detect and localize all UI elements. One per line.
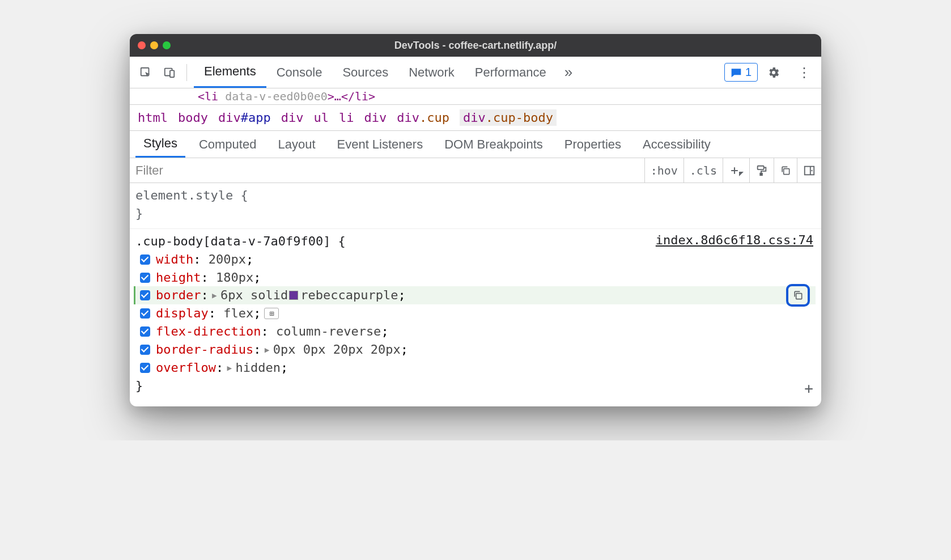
decl-overflow[interactable]: overflow:▸hidden; xyxy=(135,359,816,377)
tab-elements[interactable]: Elements xyxy=(194,57,266,88)
decl-flex-direction[interactable]: flex-direction: column-reverse; xyxy=(135,323,816,341)
device-toggle-icon[interactable] xyxy=(159,62,180,83)
bc-body[interactable]: body xyxy=(178,111,208,125)
gear-icon[interactable] xyxy=(767,66,789,79)
computed-sidebar-icon[interactable] xyxy=(797,158,821,183)
zoom-window[interactable] xyxy=(163,41,171,49)
bc-li[interactable]: li xyxy=(339,111,354,125)
styles-filter-row: :hov .cls xyxy=(130,158,821,183)
rule-close: } xyxy=(135,377,816,395)
tab-sources[interactable]: Sources xyxy=(332,57,398,88)
dom-tree-row[interactable]: <li data-v-eed0b0e0>…</li> xyxy=(130,88,821,105)
tab-performance[interactable]: Performance xyxy=(465,57,557,88)
prop-toggle[interactable] xyxy=(140,363,150,373)
prop-toggle[interactable] xyxy=(140,308,150,319)
panel-tabs: Elements Console Sources Network Perform… xyxy=(194,57,715,88)
paint-icon[interactable] xyxy=(749,158,774,183)
subtab-layout[interactable]: Layout xyxy=(270,131,323,158)
decl-height[interactable]: height: 180px; xyxy=(135,269,816,287)
expand-icon[interactable]: ▸ xyxy=(226,359,233,377)
svg-rect-5 xyxy=(784,168,789,174)
bc-div-app[interactable]: div#app xyxy=(218,111,271,125)
issues-badge[interactable]: 1 xyxy=(724,63,758,82)
subtab-dom-breakpoints[interactable]: DOM Breakpoints xyxy=(436,131,551,158)
selector: element.style { xyxy=(135,186,816,205)
prop-toggle[interactable] xyxy=(140,254,150,265)
subtab-event-listeners[interactable]: Event Listeners xyxy=(329,131,431,158)
svg-rect-4 xyxy=(760,173,762,175)
inspect-icon[interactable] xyxy=(135,62,156,83)
color-swatch[interactable] xyxy=(289,291,298,300)
devtools-window: DevTools - coffee-cart.netlify.app/ Elem… xyxy=(130,34,821,406)
prop-toggle[interactable] xyxy=(140,326,150,337)
styles-subtabs: Styles Computed Layout Event Listeners D… xyxy=(130,131,821,158)
subtab-properties[interactable]: Properties xyxy=(557,131,629,158)
prop-toggle[interactable] xyxy=(140,273,150,283)
traffic-lights xyxy=(138,41,171,49)
prop-toggle[interactable] xyxy=(140,345,150,355)
prop-toggle[interactable] xyxy=(140,290,150,300)
tab-network[interactable]: Network xyxy=(398,57,465,88)
rule-close: } xyxy=(135,205,816,223)
breadcrumb: html body div#app div ul li div div.cup … xyxy=(130,105,821,131)
subtab-computed[interactable]: Computed xyxy=(191,131,265,158)
bc-html[interactable]: html xyxy=(138,111,168,125)
element-style-rule[interactable]: element.style { } xyxy=(130,185,821,228)
flex-editor-icon[interactable]: ⊞ xyxy=(264,308,279,319)
bc-div[interactable]: div xyxy=(281,111,304,125)
subtab-accessibility[interactable]: Accessibility xyxy=(635,131,719,158)
close-window[interactable] xyxy=(138,41,146,49)
cup-body-rule[interactable]: index.8d6c6f18.css:74 .cup-body[data-v-7… xyxy=(130,228,821,401)
tab-console[interactable]: Console xyxy=(266,57,333,88)
styles-pane: element.style { } index.8d6c6f18.css:74 … xyxy=(130,183,821,406)
decl-width[interactable]: width: 200px; xyxy=(135,251,816,269)
bc-div2[interactable]: div xyxy=(364,111,387,125)
decl-display[interactable]: display: flex; ⊞ xyxy=(135,304,816,323)
filter-input[interactable] xyxy=(130,163,644,178)
bc-div-cup-body[interactable]: div.cup-body xyxy=(460,109,557,126)
divider xyxy=(186,64,187,81)
copy-icon[interactable] xyxy=(774,158,797,183)
main-toolbar: Elements Console Sources Network Perform… xyxy=(130,57,821,88)
minimize-window[interactable] xyxy=(150,41,158,49)
svg-rect-3 xyxy=(758,166,764,169)
expand-icon[interactable]: ▸ xyxy=(211,286,218,304)
bc-ul[interactable]: ul xyxy=(313,111,329,125)
decl-border[interactable]: border:▸6px solid rebeccapurple; xyxy=(134,286,816,304)
hov-toggle[interactable]: :hov xyxy=(644,158,683,183)
subtab-styles[interactable]: Styles xyxy=(135,131,185,158)
new-style-rule-icon[interactable] xyxy=(723,158,749,183)
kebab-menu-icon[interactable]: ⋮ xyxy=(793,65,816,80)
copy-declaration-icon[interactable] xyxy=(786,284,810,307)
bc-div-cup[interactable]: div.cup xyxy=(397,111,449,125)
svg-rect-7 xyxy=(796,294,802,299)
decl-border-radius[interactable]: border-radius:▸0px 0px 20px 20px; xyxy=(135,341,816,359)
issues-count: 1 xyxy=(745,66,752,79)
window-title: DevTools - coffee-cart.netlify.app/ xyxy=(130,40,821,52)
svg-rect-2 xyxy=(170,70,174,77)
svg-rect-6 xyxy=(805,166,814,175)
more-tabs-icon[interactable]: » xyxy=(557,63,580,81)
source-link[interactable]: index.8d6c6f18.css:74 xyxy=(656,231,813,249)
expand-icon[interactable]: ▸ xyxy=(263,341,270,359)
add-rule-icon[interactable]: + xyxy=(804,378,813,400)
cls-toggle[interactable]: .cls xyxy=(683,158,723,183)
titlebar: DevTools - coffee-cart.netlify.app/ xyxy=(130,34,821,57)
